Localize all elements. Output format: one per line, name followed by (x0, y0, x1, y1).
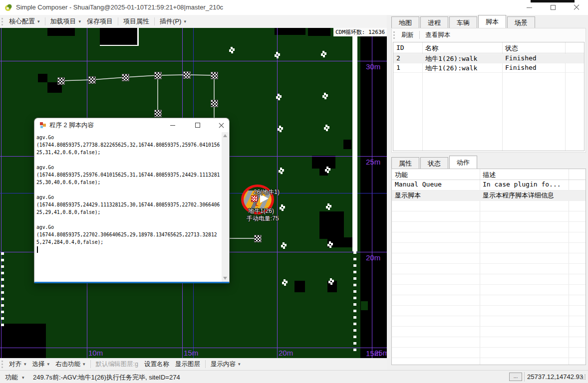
minimize-icon (170, 125, 175, 126)
toolbar-separator (118, 17, 118, 25)
script-scrollbar[interactable] (222, 132, 229, 282)
y-ruler-label: 25m (366, 158, 380, 166)
status-mode-dropdown[interactable]: 功能▾ (5, 373, 24, 382)
path-node[interactable] (154, 72, 162, 79)
script-tab-page: 刷新 查看脚本 ID 名称 状态 2 地牛1(26):walk Finished… (391, 28, 586, 153)
cell-status: Finished (505, 54, 537, 62)
cell-name: 地牛1(26):walk (425, 64, 477, 73)
path-node[interactable] (211, 72, 218, 79)
menu-project-properties[interactable]: 项目属性 (120, 15, 152, 27)
chevron-down-icon: ▾ (238, 362, 241, 367)
menu-load-project[interactable]: 加载项目▾ (47, 15, 84, 27)
toolbar-separator (419, 31, 420, 39)
cell-function: 显示脚本 (395, 191, 421, 200)
resize-grip[interactable] (581, 375, 582, 376)
script-window-titlebar[interactable]: 程序 2 脚本内容 (34, 118, 229, 132)
chevron-down-icon: ▾ (83, 362, 85, 367)
table-row[interactable]: Manual Queue In case plugin fo... (392, 180, 586, 191)
cursor-coordinates: 25737.12,14742.93 (527, 373, 583, 381)
close-icon (574, 4, 580, 10)
toolbar-separator (154, 17, 155, 25)
cell-status: Finished (505, 64, 537, 71)
path-node[interactable] (183, 71, 191, 79)
window-title: Simple Composer - ShuaiTang@2025-01-10T2… (16, 3, 223, 11)
toolbar-separator (45, 17, 45, 25)
scroll-down-icon[interactable] (223, 277, 227, 280)
right-click-function-button[interactable]: 右击功能▾ (52, 359, 88, 370)
chevron-down-icon: ▾ (47, 362, 50, 367)
align-button[interactable]: 对齐▾ (6, 359, 29, 370)
tab-script[interactable]: 脚本 (478, 15, 506, 28)
menu-core-config[interactable]: 核心配置▾ (6, 15, 43, 27)
default-edit-layer-label: 默认编辑图层:g (93, 359, 141, 370)
chevron-down-icon: ▾ (184, 19, 186, 24)
chevron-down-icon: ▾ (24, 362, 26, 367)
y-ruler-label: 20m (366, 253, 380, 262)
chevron-down-icon: ▾ (22, 375, 24, 380)
main-tabstrip: 地图 进程 车辆 脚本 场景 (391, 15, 588, 28)
script-table-header: ID 名称 状态 (393, 42, 584, 53)
cell-name: 地牛1(26):walk (425, 54, 477, 63)
path-node[interactable] (154, 110, 162, 117)
view-script-button[interactable]: 查看脚本 (422, 29, 454, 41)
script-content-window[interactable]: 程序 2 脚本内容 agv.Go (16744.80859375,27738.8… (34, 118, 230, 283)
cdm-cycle-counter: CDM循环数: 12636 (333, 28, 387, 36)
cell-function: Manual Queue (395, 181, 442, 188)
app-icon (4, 3, 12, 11)
text-caret (37, 246, 38, 253)
more-button[interactable]: ... (509, 373, 522, 381)
script-window-close-button[interactable] (213, 118, 230, 132)
x-ruler-label: 10m (88, 349, 103, 357)
winforms-icon (39, 122, 46, 129)
menu-save-project[interactable]: 保存项目 (84, 15, 116, 27)
tab-status[interactable]: 状态 (420, 157, 448, 169)
toolbar-grip[interactable] (393, 31, 395, 39)
tab-vehicle[interactable]: 车辆 (449, 16, 477, 28)
script-window-maximize-button[interactable] (189, 118, 206, 132)
toolbar-grip[interactable] (1, 361, 3, 368)
y-ruler-label: 30m (366, 62, 380, 71)
select-button[interactable]: 选择▾ (29, 359, 53, 370)
table-row[interactable]: 1 地牛1(26):walk Finished (393, 63, 584, 73)
chevron-down-icon: ▾ (79, 19, 81, 24)
x-ruler-label: 25m (374, 349, 387, 357)
toolbar-grip[interactable] (1, 18, 3, 25)
show-content-button[interactable]: 显示内容▾ (208, 359, 244, 370)
script-window-title: 程序 2 脚本内容 (49, 121, 94, 130)
refresh-button[interactable]: 刷新 (398, 29, 417, 41)
chevron-down-icon: ▾ (37, 19, 40, 24)
script-table: ID 名称 状态 2 地牛1(26):walk Finished 1 地牛1(2… (393, 42, 585, 151)
title-bar: Simple Composer - ShuaiTang@2025-01-10T2… (0, 0, 588, 15)
set-name-button[interactable]: 设置名称 (141, 359, 172, 370)
x-ruler-label: 20m (279, 349, 293, 357)
script-window-minimize-button[interactable] (164, 118, 181, 132)
script-toolbar: 刷新 查看脚本 (392, 28, 586, 41)
minimize-icon (527, 7, 532, 8)
table-row[interactable]: 2 地牛1(26):walk Finished (393, 54, 584, 63)
script-text: agv.Go (16744.80859375,27738.822265625,3… (36, 134, 222, 246)
path-node[interactable] (122, 74, 129, 81)
path-node[interactable] (211, 100, 218, 107)
path-node[interactable] (57, 77, 65, 85)
tab-process[interactable]: 进程 (420, 16, 448, 28)
scroll-up-icon[interactable] (223, 134, 227, 137)
path-node[interactable] (254, 235, 262, 242)
tab-actions[interactable]: 动作 (449, 156, 477, 169)
tab-map[interactable]: 地图 (391, 16, 419, 28)
script-text-area[interactable]: agv.Go (16744.80859375,27738.822265625,3… (35, 132, 223, 282)
tab-properties[interactable]: 属性 (391, 157, 419, 169)
tab-scene[interactable]: 场景 (507, 16, 535, 28)
table-row[interactable]: 显示脚本 显示本程序脚本详细信息 (392, 191, 586, 201)
path-node[interactable] (88, 76, 96, 84)
menu-plugins[interactable]: 插件(P)▾ (157, 15, 189, 27)
status-bar: 功能▾ 249.7s前:-AGV:地牛1(26)执行任务完毕, siteID=2… (0, 370, 588, 383)
cell-id: 1 (396, 64, 400, 71)
status-message: 249.7s前:-AGV:地牛1(26)执行任务完毕, siteID=274 (33, 373, 180, 382)
toolbar-separator (90, 360, 91, 368)
right-panel: 地图 进程 车辆 脚本 场景 刷新 查看脚本 ID 名称 状态 2 地牛1(26… (387, 15, 588, 370)
agv-id-label: 26(地牛1) (254, 188, 280, 196)
show-layer-button[interactable]: 显示图层 (172, 359, 203, 370)
map-toolbar: 对齐▾ 选择▾ 右击功能▾ 默认编辑图层:g 设置名称 显示图层 显示内容▾ (0, 358, 387, 370)
maximize-icon (195, 123, 200, 128)
maximize-icon (551, 5, 556, 10)
